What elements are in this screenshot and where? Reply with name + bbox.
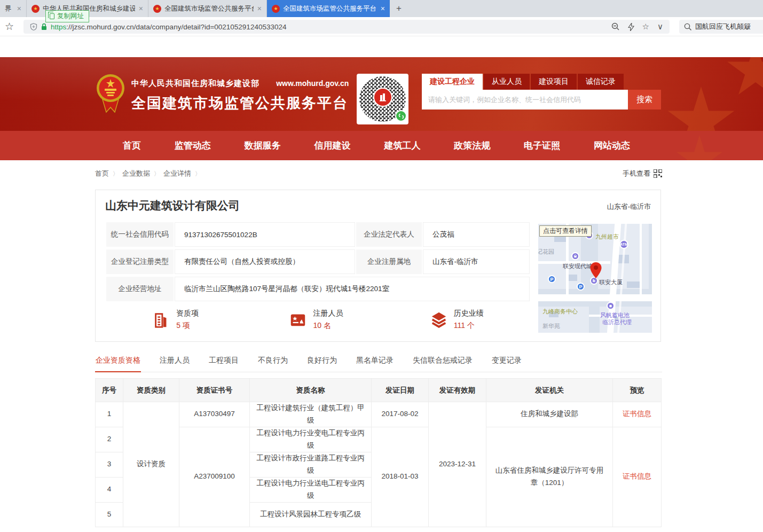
qualification-table: 序号 资质类别 资质证书号 资质名称 发证日期 发证有效期 发证机关 预览 1 … <box>95 378 662 527</box>
browser-search-query: 国航回应飞机颠簸 <box>695 22 751 32</box>
header-titles: 中华人民共和国住房和城乡建设部 www.mohurd.gov.cn 全国建筑市场… <box>131 79 349 113</box>
stat-value: 111 个 <box>454 321 484 331</box>
site-header: 中华人民共和国住房和城乡建设部 www.mohurd.gov.cn 全国建筑市场… <box>0 57 763 131</box>
location-map[interactable]: 九州超市 ATM 记花园 联安现代城 P P 联安大厦 九峰商务中心 风帆蓄电池… <box>538 224 652 333</box>
cell-no: 1 <box>96 402 123 427</box>
tab-registered-personnel[interactable]: 注册人员 <box>159 354 190 372</box>
tab-dishonesty-records[interactable]: 失信联合惩戒记录 <box>412 354 473 372</box>
table-row: 1 设计资质 A137030497 工程设计建筑行业（建筑工程）甲级 2017-… <box>96 402 662 427</box>
keyword-search-input[interactable] <box>422 90 628 109</box>
field-value-credit-code: 91371302675501022B <box>175 222 355 247</box>
map-label-lianan-tower: 联安大厦 <box>599 278 623 286</box>
url-address-field[interactable]: https://jzsc.mohurd.gov.cn/data/company/… <box>23 20 670 34</box>
tab-close-icon[interactable]: × <box>381 4 385 13</box>
search-button[interactable]: 搜索 <box>628 90 661 109</box>
tab-projects[interactable]: 工程项目 <box>208 354 239 372</box>
screen: 界 × ★ 中华人民共和国住房和城乡建设 × ★ 全国建筑市场监管公共服务平台 … <box>0 0 763 532</box>
nav-e-license[interactable]: 电子证照 <box>524 139 560 152</box>
emblem-favicon: ★ <box>32 5 40 13</box>
nav-policy[interactable]: 政策法规 <box>454 139 490 152</box>
poi-bank-pin <box>571 252 579 260</box>
map-label-xinhuayuan: 新华苑 <box>542 322 560 330</box>
browser-urlbar: ☆ https://jzsc.mohurd.gov.cn/data/compan… <box>0 17 763 36</box>
cell-name: 工程设计风景园林工程专项乙级 <box>250 502 372 527</box>
search-category-tabs: 建设工程企业 从业人员 建设项目 诚信记录 <box>422 74 661 90</box>
tab-close-icon[interactable]: × <box>257 4 262 13</box>
tab-bad-behavior[interactable]: 不良行为 <box>257 354 288 372</box>
table-header-row: 序号 资质类别 资质证书号 资质名称 发证日期 发证有效期 发证机关 预览 <box>96 379 662 402</box>
shield-icon[interactable] <box>30 23 37 31</box>
qr-code-icon <box>654 169 662 178</box>
nav-data-service[interactable]: 数据服务 <box>245 139 281 152</box>
favorite-star-icon[interactable]: ☆ <box>642 22 649 32</box>
field-value-reg-region: 山东省-临沂市 <box>423 249 530 274</box>
stat-history-performance: 历史业绩111 个 <box>387 309 527 331</box>
search-tab-credit[interactable]: 诚信记录 <box>578 74 624 90</box>
platform-qr-code <box>357 74 408 124</box>
breadcrumb-company-data[interactable]: 企业数据 <box>122 169 150 178</box>
col-name: 资质名称 <box>250 379 372 402</box>
certificate-info-link[interactable]: 证书信息 <box>623 472 651 480</box>
field-label: 企业登记注册类型 <box>106 249 174 274</box>
nav-workers[interactable]: 建筑工人 <box>384 139 420 152</box>
tab-blacklist[interactable]: 黑名单记录 <box>356 354 394 372</box>
cell-authority: 山东省住房和城乡建设厅许可专用章（1201） <box>486 427 613 527</box>
breadcrumb-separator: 〉 <box>113 170 119 178</box>
map-label-supermarket: 九州超市 <box>595 233 619 241</box>
cell-validity: 2023-12-31 <box>429 402 486 527</box>
browser-search-box[interactable]: 国航回应飞机颠簸 <box>679 20 763 34</box>
tab-good-behavior[interactable]: 良好行为 <box>306 354 337 372</box>
lock-icon <box>41 23 47 30</box>
stat-qualifications: 资质项5 项 <box>105 309 246 331</box>
certificate-info-link[interactable]: 证书信息 <box>623 410 651 418</box>
tab-qualifications[interactable]: 企业资质资格 <box>95 354 141 372</box>
map-tooltip: 点击可查看详情 <box>539 225 592 237</box>
company-info-table: 统一社会信用代码 91371302675501022B 企业法定代表人 公茂福 … <box>105 220 531 304</box>
stat-value: 5 项 <box>176 321 199 331</box>
emblem-favicon: ★ <box>272 5 280 13</box>
browser-tabbar: 界 × ★ 中华人民共和国住房和城乡建设 × ★ 全国建筑市场监管公共服务平台 … <box>0 0 763 17</box>
search-tab-enterprise[interactable]: 建设工程企业 <box>422 74 483 90</box>
detail-section-tabs: 企业资质资格 注册人员 工程项目 不良行为 良好行为 黑名单记录 失信联合惩戒记… <box>95 354 662 372</box>
mobile-view-button[interactable]: 手机查看 <box>623 169 662 178</box>
tab-close-icon[interactable]: × <box>17 4 21 13</box>
platform-title: 全国建筑市场监管公共服务平台 <box>131 93 349 113</box>
field-label: 统一社会信用代码 <box>106 222 174 247</box>
col-authority: 发证机关 <box>486 379 613 402</box>
stat-value: 10 名 <box>313 321 343 331</box>
zoom-out-icon[interactable] <box>611 22 620 31</box>
flash-mode-icon[interactable] <box>628 23 634 31</box>
col-validity: 发证有效期 <box>429 379 486 402</box>
search-tab-personnel[interactable]: 从业人员 <box>484 74 530 90</box>
emblem-favicon: ★ <box>153 5 161 13</box>
field-label: 企业注册属地 <box>356 249 422 274</box>
nav-site-news[interactable]: 网站动态 <box>594 139 630 152</box>
search-tab-project[interactable]: 建设项目 <box>531 74 577 90</box>
nav-home[interactable]: 首页 <box>123 139 141 152</box>
new-tab-button[interactable]: + <box>390 0 408 17</box>
urlbar-actions: ☆ ∨ <box>611 22 663 32</box>
copy-url-label: 复制网址 <box>57 12 84 21</box>
copy-url-tooltip: 复制网址 <box>45 10 89 22</box>
ministry-name: 中华人民共和国住房和城乡建设部 <box>131 79 259 88</box>
certificate-icon <box>289 311 307 329</box>
cell-cert-no: A137030497 <box>179 402 250 427</box>
company-location-pin <box>590 262 602 280</box>
tab-close-icon[interactable]: × <box>139 4 143 13</box>
col-no: 序号 <box>96 379 123 402</box>
map-label-garden: 记花园 <box>538 248 554 256</box>
tab-change-records[interactable]: 变更记录 <box>491 354 522 372</box>
browser-tab-partial[interactable]: 界 × <box>0 0 27 17</box>
cell-issue-date: 2017-08-02 <box>372 402 429 427</box>
table-row: 2 A237009100 工程设计电力行业变电工程专业丙级 2018-01-03… <box>96 427 662 452</box>
browser-tab-jzsc-1[interactable]: ★ 全国建筑市场监管公共服务平台 × <box>148 0 267 17</box>
cell-category: 设计资质 <box>123 402 179 527</box>
cell-name: 工程设计电力行业变电工程专业丙级 <box>250 427 372 452</box>
nav-supervision[interactable]: 监管动态 <box>175 139 211 152</box>
nav-credit[interactable]: 信用建设 <box>314 139 351 152</box>
cell-no: 4 <box>96 477 123 502</box>
browser-tab-jzsc-active[interactable]: ★ 全国建筑市场监管公共服务平台 × <box>267 0 390 17</box>
breadcrumb-home[interactable]: 首页 <box>95 169 109 178</box>
bookmark-star-icon[interactable]: ☆ <box>5 20 14 33</box>
chevron-down-icon[interactable]: ∨ <box>657 22 663 32</box>
